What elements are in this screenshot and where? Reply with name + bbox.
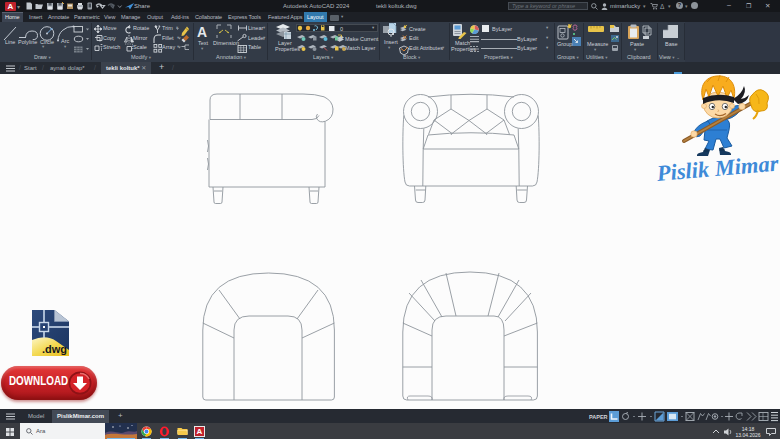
svg-text:.dwg: .dwg (42, 343, 67, 355)
